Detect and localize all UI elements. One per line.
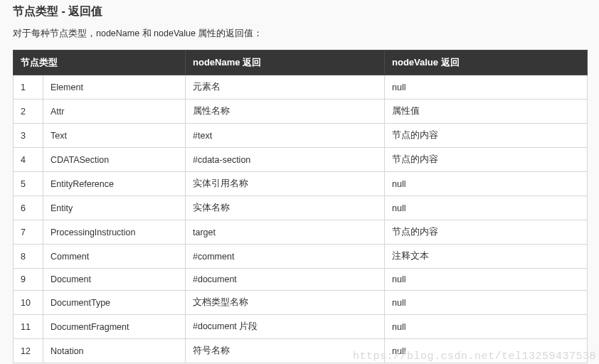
- cell-nodevalue: null: [385, 291, 588, 315]
- cell-nodevalue: 属性值: [385, 100, 588, 124]
- cell-nodevalue: null: [385, 269, 588, 291]
- cell-nodevalue: null: [385, 75, 588, 100]
- cell-nodetype: CDATASection: [43, 148, 186, 172]
- cell-nodevalue: 节点的内容: [385, 124, 588, 148]
- cell-index: 4: [14, 148, 43, 172]
- table-row: 8Comment#comment注释文本: [14, 245, 588, 269]
- cell-nodetype: Entity: [43, 196, 186, 220]
- cell-nodetype: Notation: [43, 339, 186, 363]
- cell-nodename: 文档类型名称: [186, 291, 385, 315]
- table-row: 11DocumentFragment#document 片段null: [14, 315, 588, 339]
- cell-nodevalue: null: [385, 196, 588, 220]
- cell-nodetype: Element: [43, 75, 186, 100]
- table-row: 7ProcessingInstructiontarget节点的内容: [14, 220, 588, 245]
- cell-nodename: 实体引用名称: [186, 172, 385, 196]
- table-row: 10DocumentType文档类型名称null: [14, 291, 588, 315]
- table-row: 12Notation符号名称null: [14, 339, 588, 363]
- table-row: 6Entity实体名称null: [14, 196, 588, 220]
- cell-nodevalue: 节点的内容: [385, 220, 588, 245]
- cell-nodename: 属性名称: [186, 100, 385, 124]
- cell-index: 11: [14, 315, 43, 339]
- cell-index: 8: [14, 245, 43, 269]
- cell-nodename: #document: [186, 269, 385, 291]
- cell-index: 1: [14, 75, 43, 100]
- header-nodevalue: nodeValue 返回: [385, 50, 588, 75]
- cell-index: 9: [14, 269, 43, 291]
- cell-nodevalue: 节点的内容: [385, 148, 588, 172]
- cell-nodevalue: 注释文本: [385, 245, 588, 269]
- cell-nodetype: Attr: [43, 100, 186, 124]
- cell-nodename: #document 片段: [186, 315, 385, 339]
- cell-index: 3: [14, 124, 43, 148]
- cell-index: 7: [14, 220, 43, 245]
- cell-nodename: #text: [186, 124, 385, 148]
- cell-nodetype: DocumentFragment: [43, 315, 186, 339]
- cell-nodevalue: null: [385, 339, 588, 363]
- cell-index: 10: [14, 291, 43, 315]
- table-row: 1Element元素名null: [14, 75, 588, 100]
- table-row: 2Attr属性名称属性值: [14, 100, 588, 124]
- cell-nodevalue: null: [385, 172, 588, 196]
- cell-nodetype: ProcessingInstruction: [43, 220, 186, 245]
- cell-index: 5: [14, 172, 43, 196]
- cell-nodename: #cdata-section: [186, 148, 385, 172]
- document-container: 节点类型 - 返回值 对于每种节点类型，nodeName 和 nodeValue…: [0, 0, 599, 363]
- page-description: 对于每种节点类型，nodeName 和 nodeValue 属性的返回值：: [13, 28, 588, 40]
- page-title: 节点类型 - 返回值: [13, 4, 588, 19]
- cell-nodetype: Text: [43, 124, 186, 148]
- cell-nodename: 元素名: [186, 75, 385, 100]
- cell-nodetype: Comment: [43, 245, 186, 269]
- table-row: 4CDATASection#cdata-section节点的内容: [14, 148, 588, 172]
- table-row: 3Text#text节点的内容: [14, 124, 588, 148]
- cell-nodetype: EntityReference: [43, 172, 186, 196]
- table-header-row: 节点类型 nodeName 返回 nodeValue 返回: [14, 50, 588, 75]
- cell-nodename: target: [186, 220, 385, 245]
- header-nodetype: 节点类型: [14, 50, 186, 75]
- table-row: 9Document#documentnull: [14, 269, 588, 291]
- cell-index: 2: [14, 100, 43, 124]
- table-row: 5EntityReference实体引用名称null: [14, 172, 588, 196]
- cell-index: 12: [14, 339, 43, 363]
- cell-nodename: 实体名称: [186, 196, 385, 220]
- cell-nodevalue: null: [385, 315, 588, 339]
- cell-nodename: 符号名称: [186, 339, 385, 363]
- header-nodename: nodeName 返回: [186, 50, 385, 75]
- cell-nodename: #comment: [186, 245, 385, 269]
- cell-index: 6: [14, 196, 43, 220]
- cell-nodetype: Document: [43, 269, 186, 291]
- cell-nodetype: DocumentType: [43, 291, 186, 315]
- node-type-table: 节点类型 nodeName 返回 nodeValue 返回 1Element元素…: [13, 50, 588, 363]
